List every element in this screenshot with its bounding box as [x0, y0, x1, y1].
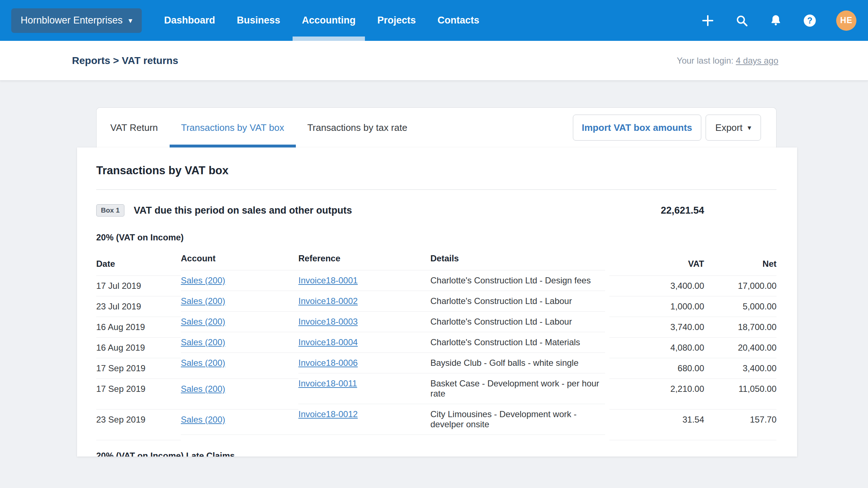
account-link[interactable]: Sales (200)	[181, 337, 225, 347]
chevron-down-icon: ▾	[748, 123, 751, 132]
cell-reference: Invoice18-0003	[298, 311, 430, 332]
export-button[interactable]: Export ▾	[706, 115, 761, 141]
reference-link[interactable]: Invoice18-0004	[298, 337, 358, 347]
column-header-vat: VAT	[609, 255, 704, 275]
cell-gap	[605, 373, 609, 404]
reference-link[interactable]: Invoice18-0006	[298, 358, 358, 368]
account-link[interactable]: Sales (200)	[181, 358, 225, 368]
tab-transactions-by-tax-rate[interactable]: Transactions by tax rate	[296, 108, 419, 147]
account-link[interactable]: Sales (200)	[181, 415, 225, 424]
svg-text:?: ?	[807, 16, 812, 25]
cell-date: 17 Sep 2019	[96, 378, 181, 409]
account-link[interactable]: Sales (200)	[181, 275, 225, 285]
cell-vat: 2,210.00	[609, 378, 704, 409]
column-header-account: Account	[181, 250, 298, 270]
cell-details: Charlotte's Construction Ltd - Labour	[430, 291, 605, 311]
cell-date: 23 Sep 2019	[96, 409, 181, 440]
cell-details: City Limousines - Development work - dev…	[430, 404, 605, 435]
account-link[interactable]: Sales (200)	[181, 317, 225, 326]
cell-gap	[605, 404, 609, 435]
cell-reference: Invoice18-0006	[298, 352, 430, 373]
cell-net	[704, 440, 776, 440]
reference-link[interactable]: Invoice18-0011	[298, 378, 357, 388]
nav-item-projects[interactable]: Projects	[377, 0, 416, 41]
divider	[96, 189, 776, 190]
cell-reference: Invoice18-0004	[298, 332, 430, 352]
transactions-rows: 17 Jul 2019Sales (200)Invoice18-0001Char…	[96, 270, 776, 435]
page-header: Reports > VAT returns Your last login: 4…	[0, 41, 868, 81]
cell-reference: Invoice18-0011	[298, 373, 430, 404]
cell-account: Sales (200)	[181, 291, 298, 311]
bell-icon[interactable]	[768, 13, 783, 28]
cell-net: 5,000.00	[704, 296, 776, 317]
reference-link[interactable]: Invoice18-0003	[298, 317, 358, 326]
cell-reference: Invoice18-0002	[298, 291, 430, 311]
cell-date: 17 Jul 2019	[96, 275, 181, 296]
chevron-down-icon: ▾	[128, 17, 132, 24]
import-vat-box-amounts-button[interactable]: Import VAT box amounts	[573, 115, 701, 141]
account-link[interactable]: Sales (200)	[181, 296, 225, 306]
box-total: 22,621.54	[661, 205, 704, 216]
breadcrumb: Reports > VAT returns	[72, 55, 178, 67]
tab-transactions-by-vat-box[interactable]: Transactions by VAT box	[170, 108, 296, 147]
nav-item-dashboard[interactable]: Dashboard	[164, 0, 215, 41]
plus-icon[interactable]	[700, 13, 715, 28]
nav-right-icons: ? HE	[700, 10, 856, 31]
cell-gap	[605, 332, 609, 352]
avatar[interactable]: HE	[836, 10, 856, 31]
report-content: Transactions by VAT box Box 1 VAT due th…	[77, 147, 797, 457]
cell-date: 16 Aug 2019	[96, 317, 181, 337]
cell-vat: 1,000.00	[609, 296, 704, 317]
tab-vat-return[interactable]: VAT Return	[99, 108, 170, 147]
top-nav: Hornblower Enterprises ▾ Dashboard Busin…	[0, 0, 868, 41]
search-icon[interactable]	[734, 13, 749, 28]
cell-account: Sales (200)	[181, 352, 298, 373]
nav-item-contacts[interactable]: Contacts	[438, 0, 480, 41]
cell-net: 17,000.00	[704, 275, 776, 296]
company-selector[interactable]: Hornblower Enterprises ▾	[11, 8, 142, 33]
report-tabs: VAT Return Transactions by VAT box Trans…	[99, 108, 419, 147]
report-title: Transactions by VAT box	[96, 164, 776, 177]
cell-date	[96, 440, 181, 440]
cell-vat: 3,400.00	[609, 275, 704, 296]
tab-actions: Import VAT box amounts Export ▾	[573, 108, 776, 147]
cell-details	[430, 435, 605, 435]
account-link[interactable]: Sales (200)	[181, 384, 225, 394]
nav-item-accounting[interactable]: Accounting	[302, 0, 356, 41]
cell-vat: 3,740.00	[609, 317, 704, 337]
cell-net: 20,400.00	[704, 337, 776, 358]
nav-item-business[interactable]: Business	[237, 0, 280, 41]
cell-account: Sales (200)	[181, 409, 298, 440]
cell-details: Basket Case - Development work - per hou…	[430, 373, 605, 404]
table-header-row: Date Account Reference Details VAT Net	[96, 250, 776, 270]
cell-gap	[605, 270, 609, 291]
late-claims-heading: 20% (VAT on Income) Late Claims	[96, 451, 776, 457]
cell-reference	[298, 435, 430, 435]
cell-reference: Invoice18-0001	[298, 270, 430, 291]
cell-net: 157.70	[704, 409, 776, 440]
section-heading: 20% (VAT on Income)	[96, 232, 776, 243]
cell-date: 16 Aug 2019	[96, 337, 181, 358]
nav-links: Dashboard Business Accounting Projects C…	[164, 0, 480, 41]
box-label: VAT due this period on sales and other o…	[134, 205, 352, 216]
column-header-details: Details	[430, 250, 605, 270]
cell-gap	[605, 352, 609, 373]
cell-details: Charlotte's Construction Ltd - Design fe…	[430, 270, 605, 291]
reference-link[interactable]: Invoice18-0002	[298, 296, 358, 306]
transactions-table: Date Account Reference Details VAT Net 1…	[96, 250, 776, 435]
cell-gap	[605, 291, 609, 311]
company-name: Hornblower Enterprises	[21, 15, 123, 26]
cell-vat: 31.54	[609, 409, 704, 440]
reference-link[interactable]: Invoice18-0001	[298, 275, 358, 285]
last-login-link[interactable]: 4 days ago	[736, 56, 778, 65]
help-icon[interactable]: ?	[802, 13, 817, 28]
cell-account: Sales (200)	[181, 270, 298, 291]
reference-link[interactable]: Invoice18-0012	[298, 409, 358, 419]
column-gap	[605, 250, 609, 270]
cell-vat: 4,080.00	[609, 337, 704, 358]
report-tab-card: VAT Return Transactions by VAT box Trans…	[96, 107, 776, 147]
last-login-label: Your last login:	[677, 56, 733, 65]
last-login: Your last login: 4 days ago	[677, 56, 778, 66]
cell-vat: 680.00	[609, 358, 704, 378]
cell-account: Sales (200)	[181, 378, 298, 409]
